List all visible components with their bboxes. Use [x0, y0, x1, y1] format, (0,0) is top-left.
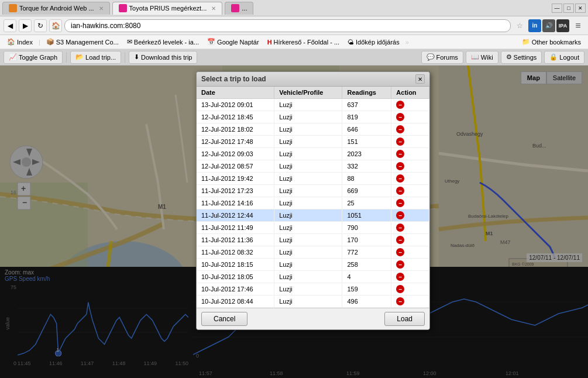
bookmark-email[interactable]: ✉ Beérkező levelek - ia... [123, 37, 202, 47]
delete-icon[interactable]: − [396, 297, 404, 305]
download-trip-button[interactable]: ⬇ Download this trip [129, 51, 197, 64]
delete-icon[interactable]: − [396, 125, 404, 133]
cell-action[interactable]: − [391, 222, 429, 234]
table-row[interactable]: 12-Jul-2012 18:45Luzji819− [197, 111, 429, 123]
delete-icon[interactable]: − [396, 224, 404, 232]
bookmark-s3[interactable]: 📦 S3 Management Co... [43, 37, 122, 47]
tab-toyota[interactable]: Toyota PRIUS megérkezt... ✕ [112, 2, 223, 15]
tab-label-2: Toyota PRIUS megérkezt... [129, 5, 207, 12]
load-trip-button[interactable]: 📂 Load trip... [70, 51, 121, 64]
cell-action[interactable]: − [391, 123, 429, 136]
cell-action[interactable]: − [391, 283, 429, 295]
table-row[interactable]: 11-Jul-2012 14:16Luzji25− [197, 197, 429, 209]
cell-action[interactable]: − [391, 234, 429, 246]
bookmark-star[interactable]: ☆ [513, 19, 526, 32]
bookmark-s3-label: S3 Management Co... [56, 39, 119, 46]
settings-button[interactable]: ⚙ Settings [501, 51, 542, 64]
chrome-menu-button[interactable]: ≡ [572, 19, 584, 32]
cancel-button[interactable]: Cancel [201, 312, 247, 326]
delete-icon[interactable]: − [396, 285, 404, 293]
table-row[interactable]: 12-Jul-2012 08:57Luzji332− [197, 160, 429, 173]
cell-readings: 790 [342, 222, 391, 234]
delete-icon[interactable]: − [396, 273, 404, 281]
bookmark-news[interactable]: H Hírkereső - Főoldal - ... [264, 37, 343, 47]
table-row[interactable]: 10-Jul-2012 18:15Luzji258− [197, 259, 429, 271]
bookmark-other[interactable]: 📁 Other bookmarks [518, 37, 584, 47]
address-bar[interactable] [64, 19, 511, 32]
delete-icon[interactable]: − [396, 211, 404, 219]
delete-icon[interactable]: − [396, 113, 404, 121]
delete-icon[interactable]: − [396, 138, 404, 146]
table-row[interactable]: 12-Jul-2012 17:48Luzji151− [197, 136, 429, 148]
linkedin-ext-icon[interactable]: in [528, 19, 541, 32]
tab-torque[interactable]: Torque for Android Web ... ✕ [2, 2, 110, 15]
forward-button[interactable]: ▶ [19, 19, 32, 32]
delete-icon[interactable]: − [396, 101, 404, 109]
bm-sep-1: | [39, 39, 40, 46]
cell-action[interactable]: − [391, 173, 429, 185]
load-button[interactable]: Load [384, 312, 425, 326]
table-row[interactable]: 10-Jul-2012 08:44Luzji496− [197, 295, 429, 308]
table-row[interactable]: 10-Jul-2012 17:46Luzji159− [197, 283, 429, 295]
cell-profile: Luzji [274, 234, 342, 246]
wiki-button[interactable]: 📖 Wiki [466, 51, 498, 64]
cell-action[interactable]: − [391, 271, 429, 283]
delete-icon[interactable]: − [396, 150, 404, 158]
delete-icon[interactable]: − [396, 248, 404, 256]
cell-action[interactable]: − [391, 185, 429, 197]
table-row[interactable]: 10-Jul-2012 18:05Luzji4− [197, 271, 429, 283]
table-row[interactable]: 12-Jul-2012 09:03Luzji2023− [197, 148, 429, 160]
logout-button[interactable]: 🔒 Logout [544, 51, 584, 64]
forums-label: Forums [436, 54, 458, 61]
reload-button[interactable]: ↻ [34, 19, 47, 32]
bookmark-calendar[interactable]: 📅 Google Naptár [204, 37, 263, 47]
dialog-table-container[interactable]: Date Vehicle/Profile Readings Action 13-… [197, 87, 429, 308]
cell-action[interactable]: − [391, 197, 429, 209]
table-row[interactable]: 11-Jul-2012 11:36Luzji170− [197, 234, 429, 246]
delete-icon[interactable]: − [396, 162, 404, 170]
cell-action[interactable]: − [391, 259, 429, 271]
cell-profile: Luzji [274, 123, 342, 136]
cell-action[interactable]: − [391, 148, 429, 160]
table-row[interactable]: 12-Jul-2012 18:02Luzji646− [197, 123, 429, 136]
cell-action[interactable]: − [391, 136, 429, 148]
minimize-button[interactable]: — [552, 4, 562, 13]
forums-button[interactable]: 💬 Forums [421, 51, 463, 64]
tab-close-2[interactable]: ✕ [211, 5, 216, 12]
table-row[interactable]: 11-Jul-2012 08:32Luzji772− [197, 246, 429, 259]
bookmark-other-label: Other bookmarks [532, 39, 581, 46]
cell-readings: 4 [342, 271, 391, 283]
delete-icon[interactable]: − [396, 187, 404, 195]
bookmark-weather[interactable]: 🌤 Időkép időjárás [344, 37, 403, 47]
cell-date: 11-Jul-2012 19:42 [197, 173, 274, 185]
cell-action[interactable]: − [391, 111, 429, 123]
tab-extra[interactable]: ... [225, 2, 253, 15]
home-button[interactable]: 🏠 [49, 19, 62, 32]
cell-action[interactable]: − [391, 160, 429, 173]
dialog-close-button[interactable]: ✕ [415, 74, 425, 84]
cell-action[interactable]: − [391, 295, 429, 308]
cell-readings: 159 [342, 283, 391, 295]
table-row[interactable]: 11-Jul-2012 17:23Luzji669− [197, 185, 429, 197]
table-row[interactable]: 11-Jul-2012 12:44Luzji1051− [197, 209, 429, 222]
table-row[interactable]: 13-Jul-2012 09:01Luzji637− [197, 99, 429, 111]
delete-icon[interactable]: − [396, 199, 404, 207]
delete-icon[interactable]: − [396, 236, 404, 244]
table-row[interactable]: 11-Jul-2012 11:49Luzji790− [197, 222, 429, 234]
delete-icon[interactable]: − [396, 174, 404, 183]
table-row[interactable]: 11-Jul-2012 19:42Luzji88− [197, 173, 429, 185]
maximize-button[interactable]: □ [563, 4, 574, 13]
close-button[interactable]: ✕ [575, 4, 586, 13]
cell-date: 10-Jul-2012 08:44 [197, 295, 274, 308]
volume-ext-icon[interactable]: 🔊 [542, 19, 555, 32]
toggle-graph-button[interactable]: 📈 Toggle Graph [4, 51, 63, 64]
delete-icon[interactable]: − [396, 260, 404, 269]
cell-profile: Luzji [274, 136, 342, 148]
cell-action[interactable]: − [391, 246, 429, 259]
cell-action[interactable]: − [391, 99, 429, 111]
tab-close-1[interactable]: ✕ [99, 5, 104, 12]
ipa-ext-icon[interactable]: IPA [556, 19, 569, 32]
back-button[interactable]: ◀ [4, 19, 16, 32]
cell-action[interactable]: − [391, 209, 429, 222]
bookmark-index[interactable]: 🏠 Index [4, 37, 36, 47]
